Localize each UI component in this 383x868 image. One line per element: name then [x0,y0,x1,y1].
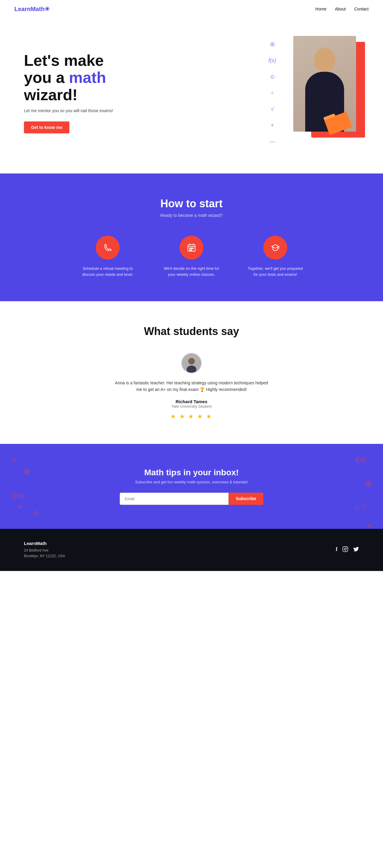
nav-links: Home About Contact [315,6,369,12]
nl-deco-2: ⊞ [24,468,29,475]
svg-rect-14 [343,547,348,552]
hero-image-area: ⊞ f(x) ⊙ ÷ √ + — [257,36,359,150]
step-1-text: Schedule a virtual meeting to discuss yo… [78,266,138,277]
nav-about[interactable]: About [335,7,346,11]
math-sym-divide: ÷ [271,90,274,96]
svg-point-6 [193,248,194,249]
phone-icon [102,242,113,253]
svg-point-7 [190,250,190,251]
footer-social: f [336,546,359,554]
svg-point-16 [347,547,347,548]
footer-address-line2: Brooklyn, NY 11222, USA [24,554,65,558]
nl-deco-8: ≈ [367,522,371,529]
testimonial-name: Richard Tames [114,399,269,404]
nl-deco-3: f(m) [12,492,25,499]
newsletter-title: Math tips in your inbox! [14,468,369,477]
footer-address-line1: 24 Bedford Ave [24,548,49,553]
step-2: We'll decide on the right time for your … [161,236,222,277]
newsletter-subtitle: Subscribe and get fun weekly math quizze… [14,480,369,484]
navbar: LearnMath✳ Home About Contact [0,0,383,18]
how-to-start-section: How to start Ready to become a math wiza… [0,174,383,301]
math-symbols-decoration: ⊞ f(x) ⊙ ÷ √ + — [257,36,287,150]
hero-cta-button[interactable]: Get to know me [24,121,69,133]
footer: LearnMath 24 Bedford Ave Brooklyn, NY 11… [0,529,383,571]
step-1-icon [96,236,120,259]
nl-deco-4: ⊙ [33,510,38,518]
testimonials-section: What students say Anna is a fantastic te… [0,301,383,444]
facebook-link[interactable]: f [336,546,337,554]
hero-content: Let's makeyou a math wizard! Let me ment… [24,52,113,133]
avatar-svg [182,353,201,374]
math-sym-sqrt: √ [271,106,274,113]
nav-contact[interactable]: Contact [354,7,369,11]
testimonial-quote: Anna is a fantastic teacher. Her teachin… [114,379,269,393]
calendar-icon [186,242,197,253]
newsletter-form: Subscribe [120,493,263,505]
twitter-link[interactable] [353,546,359,554]
step-3: Together, we'll get you prepared for you… [245,236,305,277]
subscribe-button[interactable]: Subscribe [229,493,263,505]
hero-section: Let's makeyou a math wizard! Let me ment… [0,18,383,174]
math-sym-compass: ⊙ [270,73,275,80]
instagram-link[interactable] [342,546,348,554]
nl-deco-7: ÷ [355,504,359,512]
svg-point-5 [191,248,192,249]
footer-brand: LearnMath 24 Bedford Ave Brooklyn, NY 11… [24,541,65,559]
graduation-icon [270,242,281,253]
nl-deco-1: ≈ [12,456,16,464]
testimonials-title: What students say [14,325,369,338]
footer-brand-name: LearnMath [24,541,65,546]
nl-deco-5: f(x) [355,456,365,464]
nl-deco-6: ⊞ [366,480,371,488]
footer-address: 24 Bedford Ave Brooklyn, NY 11222, USA [24,548,65,559]
step-1: Schedule a virtual meeting to discuss yo… [78,236,138,277]
email-input[interactable] [120,493,229,505]
math-sym-plus: + [271,122,274,129]
testimonial-school: Yale University Student [114,404,269,409]
avatar [181,353,202,374]
math-sym-calc: ⊞ [270,41,275,48]
nl-deco-10: √ [361,503,365,511]
hero-title-highlight: math [69,69,106,86]
logo-icon: ✳ [45,6,50,12]
nl-deco-9: + [18,503,22,511]
hero-title: Let's makeyou a math wizard! [24,52,113,103]
hero-subtitle: Let me mentor you so you will nail those… [24,108,113,113]
math-sym-fx: f(x) [268,57,276,64]
svg-point-4 [190,248,190,249]
step-3-icon [263,236,287,259]
how-to-start-subtitle: Ready to become a math wizard? [14,213,369,218]
steps-row: Schedule a virtual meeting to discuss yo… [14,236,369,277]
rating-stars: ★ ★ ★ ★ ★ [114,413,269,420]
step-2-text: We'll decide on the right time for your … [161,266,222,277]
newsletter-section: ≈ ⊞ f(m) ⊙ f(x) ⊞ ÷ ≈ + √ Math tips in y… [0,444,383,529]
how-to-start-title: How to start [14,197,369,210]
nav-home[interactable]: Home [315,7,326,11]
logo: LearnMath✳ [14,5,50,12]
step-3-text: Together, we'll get you prepared for you… [245,266,305,277]
svg-point-8 [191,250,192,251]
math-sym-minus: — [270,138,275,145]
hero-title-line3: wizard! [24,86,78,103]
svg-point-13 [187,366,197,373]
avatar-image [182,353,201,373]
step-2-icon [179,236,204,259]
logo-text: LearnMath [14,6,45,12]
svg-point-15 [345,548,347,550]
svg-point-12 [188,358,195,365]
testimonial-card: Anna is a fantastic teacher. Her teachin… [114,353,269,420]
